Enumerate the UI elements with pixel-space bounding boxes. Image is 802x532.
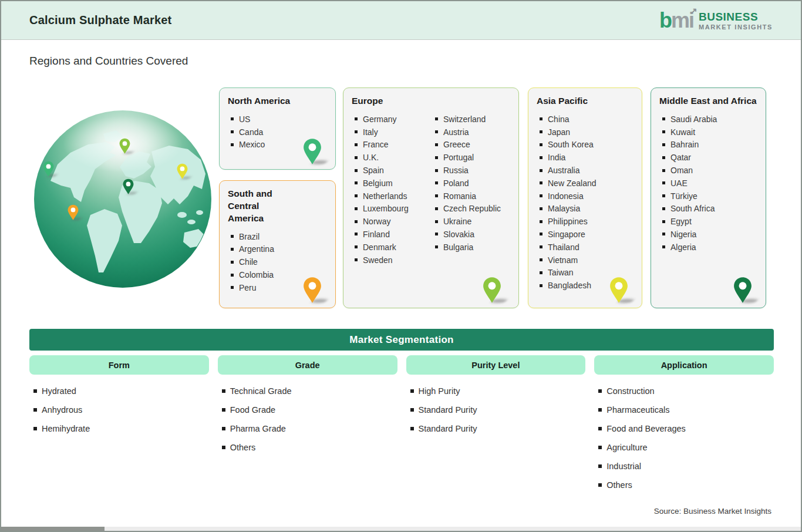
bullet-square-icon (222, 389, 225, 393)
country-item: France (351, 139, 431, 151)
item-label: Pharmaceuticals (606, 405, 669, 415)
item-label: Chile (239, 257, 258, 267)
item-label: Oman (670, 166, 693, 175)
bullet-square-icon (662, 143, 665, 146)
bullet-square-icon (540, 130, 542, 133)
item-label: Spain (363, 166, 384, 175)
item-label: Malaysia (548, 204, 580, 213)
item-label: Saudi Arabia (670, 115, 717, 124)
country-item: Bulgaria (431, 241, 511, 254)
item-label: Luxembourg (363, 204, 409, 213)
country-item: US (227, 113, 328, 126)
country-item: China (535, 113, 635, 126)
country-item: Slovakia (431, 228, 511, 241)
country-item: Poland (431, 177, 511, 190)
country-item: Italy (351, 126, 431, 139)
bullet-square-icon (435, 156, 438, 159)
bullet-square-icon (540, 233, 542, 235)
country-item: Argentina (227, 243, 328, 256)
bullet-square-icon (435, 117, 438, 120)
bullet-square-icon (540, 181, 542, 184)
item-label: Türkiye (670, 191, 697, 201)
bullet-square-icon (598, 408, 602, 412)
segment-item: Construction (598, 382, 774, 400)
country-item: Japan (535, 126, 635, 139)
bullet-square-icon (231, 130, 234, 133)
country-item: Thailand (535, 241, 635, 254)
item-label: Taiwan (548, 268, 574, 277)
item-label: Poland (443, 179, 469, 188)
item-label: Portugal (443, 153, 474, 162)
country-item: Malaysia (535, 203, 635, 216)
country-item: Austria (431, 126, 511, 139)
region-box-south-central-america: South and Central America BrazilArgentin… (219, 180, 336, 308)
bullet-square-icon (33, 427, 37, 430)
segment-item: Standard Purity (410, 419, 586, 438)
bullet-square-icon (662, 156, 665, 159)
bullet-square-icon (540, 284, 542, 287)
bullet-square-icon (435, 220, 438, 223)
scrollbar-thumb[interactable] (1, 527, 105, 531)
item-label: Nigeria (670, 230, 696, 239)
country-item: Norway (351, 215, 431, 228)
item-label: Vietnam (548, 255, 578, 265)
country-list: SwitzerlandAustriaGreecePortugalRussiaPo… (431, 113, 511, 267)
bullet-square-icon (662, 169, 665, 172)
bullet-square-icon (231, 261, 234, 264)
section-title: Regions and Countries Covered (29, 55, 188, 68)
bullet-square-icon (355, 156, 358, 159)
country-item: Nigeria (658, 228, 759, 241)
region-box-asia-pacific: Asia Pacific ChinaJapanSouth KoreaIndiaA… (528, 87, 642, 308)
bullet-square-icon (662, 207, 665, 210)
region-pin-icon (733, 277, 753, 303)
item-label: Switzerland (443, 115, 486, 124)
country-item: Romania (431, 190, 511, 203)
segment-header-grade: Grade (218, 355, 397, 375)
item-label: Canda (239, 127, 263, 137)
item-label: Bahrain (670, 140, 699, 149)
bullet-square-icon (540, 169, 542, 172)
item-label: Standard Purity (419, 405, 477, 415)
item-label: High Purity (419, 386, 460, 396)
item-label: Pharma Grade (230, 424, 286, 433)
item-label: Bangladesh (548, 281, 591, 290)
item-label: Qatar (670, 153, 691, 162)
bullet-square-icon (222, 427, 225, 430)
bullet-square-icon (662, 233, 665, 235)
bullet-square-icon (355, 194, 358, 197)
country-item: Vietnam (535, 254, 635, 267)
segment-item: Agriculture (598, 438, 774, 457)
country-item: Indonesia (535, 190, 635, 203)
country-list: GermanyItalyFranceU.K.SpainBelgiumNether… (351, 113, 431, 267)
bullet-square-icon (231, 117, 234, 120)
segment-item: Standard Purity (410, 400, 586, 419)
bullet-square-icon (540, 245, 542, 248)
item-label: U.K. (363, 153, 379, 162)
item-label: Slovakia (443, 230, 474, 239)
item-label: Brazil (239, 232, 260, 241)
item-label: Belgium (363, 179, 393, 188)
bullet-square-icon (231, 248, 234, 251)
item-label: Algeria (670, 243, 696, 252)
segment-header-form: Form (29, 355, 209, 375)
segment-list-form: HydratedAnhydrousHemihydrate (29, 382, 209, 494)
infographic-page: Calcium Sulphate Market bmi↗ BUSINESS MA… (0, 0, 802, 532)
bullet-square-icon (355, 207, 358, 210)
bullet-square-icon (662, 245, 665, 248)
page-title: Calcium Sulphate Market (29, 14, 171, 27)
bullet-square-icon (662, 130, 665, 133)
bullet-square-icon (598, 464, 602, 468)
item-label: Japan (548, 127, 570, 137)
country-item: Spain (351, 164, 431, 177)
country-item: Türkiye (658, 190, 759, 203)
item-label: Russia (443, 166, 469, 175)
bullet-square-icon (435, 245, 438, 248)
horizontal-scrollbar[interactable] (1, 527, 801, 531)
bullet-square-icon (410, 427, 414, 430)
segmentation-headers: Form Grade Purity Level Application (29, 355, 774, 375)
segment-item: Others (222, 438, 397, 457)
bullet-square-icon (410, 389, 414, 393)
bullet-square-icon (662, 220, 665, 223)
country-item: Bahrain (658, 139, 759, 151)
country-item: Denmark (351, 241, 431, 254)
